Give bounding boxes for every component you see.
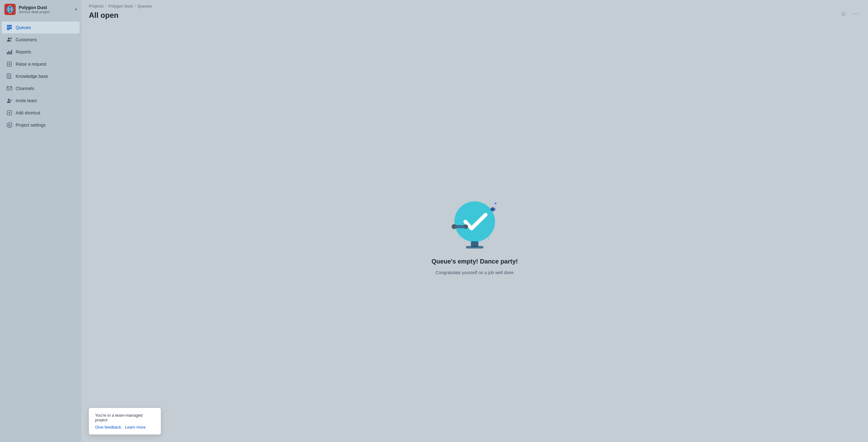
content-area: Queue's empty! Dance party! Congratulate…	[81, 24, 868, 442]
channels-label: Channels	[16, 86, 34, 91]
sidebar-item-customers[interactable]: Customers	[2, 34, 80, 46]
breadcrumb: Projects / Polygon Dust / Queues	[89, 4, 152, 8]
svg-rect-20	[8, 77, 11, 79]
customers-label: Customers	[16, 37, 37, 42]
toast-give-feedback-link[interactable]: Give feedback	[95, 425, 121, 430]
knowledge-base-icon	[6, 73, 12, 79]
svg-point-7	[8, 37, 10, 39]
raise-request-label: Raise a request	[16, 62, 46, 67]
more-options-button[interactable]: ···	[851, 9, 861, 18]
page-title: All open	[89, 10, 152, 24]
project-name: Polygon Dust	[19, 5, 72, 10]
reports-label: Reports	[16, 49, 31, 55]
svg-point-22	[8, 99, 10, 101]
queues-label: Queues	[16, 25, 31, 30]
sidebar-item-reports[interactable]: Reports	[2, 46, 80, 58]
svg-point-8	[10, 38, 12, 39]
channels-icon	[6, 86, 12, 92]
svg-rect-12	[11, 50, 12, 55]
svg-marker-40	[488, 237, 489, 240]
star-icon: ☆	[841, 10, 846, 18]
project-avatar	[4, 4, 16, 15]
more-icon: ···	[852, 10, 859, 17]
svg-marker-41	[458, 236, 460, 238]
project-info: Polygon Dust Service desk project	[19, 5, 72, 14]
toast-links: Give feedback Learn more	[95, 425, 155, 430]
chevron-down-icon: ▾	[75, 7, 77, 11]
reports-icon	[6, 49, 12, 55]
toast-message: You're in a team-managed project	[95, 413, 155, 422]
topbar: Projects / Polygon Dust / Queues All ope…	[81, 0, 868, 24]
sidebar-item-channels[interactable]: Channels	[2, 82, 80, 94]
add-shortcut-label: Add shortcut	[16, 110, 40, 115]
raise-request-icon	[6, 61, 12, 67]
breadcrumb-and-title: Projects / Polygon Dust / Queues All ope…	[89, 4, 152, 24]
svg-point-33	[453, 226, 455, 228]
sidebar-item-queues[interactable]: Queues	[2, 22, 80, 33]
svg-rect-6	[7, 29, 9, 30]
sidebar: Polygon Dust Service desk project ▾ Queu…	[0, 0, 81, 442]
svg-point-28	[454, 201, 495, 242]
toast-card: You're in a team-managed project Give fe…	[89, 408, 161, 435]
empty-illustration	[440, 191, 509, 253]
sidebar-item-knowledge-base[interactable]: Knowledge base	[2, 70, 80, 82]
project-type: Service desk project	[19, 10, 72, 14]
breadcrumb-queues[interactable]: Queues	[138, 4, 152, 8]
breadcrumb-sep-1: /	[105, 4, 107, 8]
star-button[interactable]: ☆	[839, 9, 848, 19]
add-shortcut-icon	[6, 110, 12, 116]
sidebar-item-add-shortcut[interactable]: Add shortcut	[2, 107, 80, 119]
toast-learn-more-link[interactable]: Learn more	[125, 425, 146, 430]
empty-state-subtitle: Congratulate yourself on a job well done	[436, 270, 514, 275]
project-switcher[interactable]: Polygon Dust Service desk project ▾	[0, 0, 81, 19]
sidebar-item-invite-team[interactable]: Invite team	[2, 95, 80, 107]
customers-icon	[6, 37, 12, 43]
queues-icon	[6, 24, 12, 31]
svg-rect-3	[7, 25, 12, 26]
svg-rect-37	[466, 246, 484, 248]
svg-rect-10	[8, 51, 9, 55]
invite-team-icon	[6, 98, 12, 104]
breadcrumb-sep-2: /	[134, 4, 136, 8]
project-settings-icon	[6, 122, 12, 128]
svg-point-35	[465, 226, 467, 228]
project-settings-label: Project settings	[16, 123, 46, 128]
sidebar-item-raise-request[interactable]: Raise a request	[2, 58, 80, 70]
breadcrumb-projects[interactable]: Projects	[89, 4, 103, 8]
svg-rect-11	[10, 52, 11, 55]
main-content: Projects / Polygon Dust / Queues All ope…	[81, 0, 868, 442]
invite-team-label: Invite team	[16, 98, 37, 103]
svg-rect-5	[7, 28, 12, 29]
empty-state-title: Queue's empty! Dance party!	[432, 258, 518, 265]
sidebar-item-project-settings[interactable]: Project settings	[2, 119, 80, 131]
svg-rect-4	[7, 27, 12, 28]
sidebar-navigation: Queues Customers Reports Raise a request	[0, 19, 81, 442]
knowledge-base-label: Knowledge base	[16, 74, 48, 79]
breadcrumb-polygon-dust[interactable]: Polygon Dust	[108, 4, 133, 8]
topbar-actions: ☆ ···	[839, 9, 861, 19]
svg-rect-9	[7, 52, 8, 55]
empty-state: Queue's empty! Dance party! Congratulate…	[432, 191, 518, 275]
